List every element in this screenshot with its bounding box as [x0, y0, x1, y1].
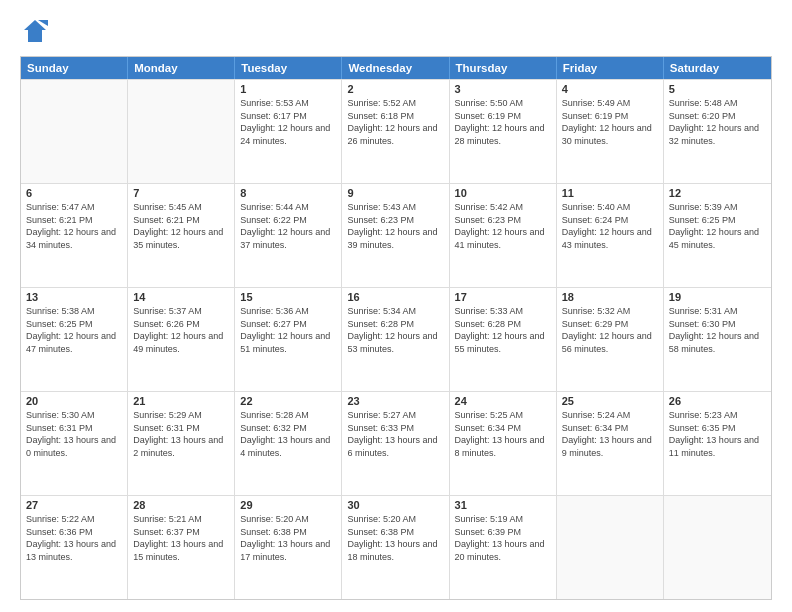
cal-cell: 23Sunrise: 5:27 AM Sunset: 6:33 PM Dayli…	[342, 392, 449, 495]
cal-cell: 14Sunrise: 5:37 AM Sunset: 6:26 PM Dayli…	[128, 288, 235, 391]
day-info: Sunrise: 5:40 AM Sunset: 6:24 PM Dayligh…	[562, 201, 658, 251]
cal-week: 13Sunrise: 5:38 AM Sunset: 6:25 PM Dayli…	[21, 287, 771, 391]
cal-cell: 7Sunrise: 5:45 AM Sunset: 6:21 PM Daylig…	[128, 184, 235, 287]
day-number: 3	[455, 83, 551, 95]
cal-cell: 8Sunrise: 5:44 AM Sunset: 6:22 PM Daylig…	[235, 184, 342, 287]
day-number: 16	[347, 291, 443, 303]
cal-cell: 11Sunrise: 5:40 AM Sunset: 6:24 PM Dayli…	[557, 184, 664, 287]
day-info: Sunrise: 5:20 AM Sunset: 6:38 PM Dayligh…	[240, 513, 336, 563]
day-number: 11	[562, 187, 658, 199]
cal-cell	[21, 80, 128, 183]
cal-cell: 29Sunrise: 5:20 AM Sunset: 6:38 PM Dayli…	[235, 496, 342, 599]
cal-cell: 12Sunrise: 5:39 AM Sunset: 6:25 PM Dayli…	[664, 184, 771, 287]
day-number: 8	[240, 187, 336, 199]
day-number: 15	[240, 291, 336, 303]
cal-cell: 28Sunrise: 5:21 AM Sunset: 6:37 PM Dayli…	[128, 496, 235, 599]
day-number: 13	[26, 291, 122, 303]
day-info: Sunrise: 5:37 AM Sunset: 6:26 PM Dayligh…	[133, 305, 229, 355]
cal-cell: 2Sunrise: 5:52 AM Sunset: 6:18 PM Daylig…	[342, 80, 449, 183]
day-info: Sunrise: 5:53 AM Sunset: 6:17 PM Dayligh…	[240, 97, 336, 147]
day-number: 5	[669, 83, 766, 95]
day-info: Sunrise: 5:32 AM Sunset: 6:29 PM Dayligh…	[562, 305, 658, 355]
day-info: Sunrise: 5:31 AM Sunset: 6:30 PM Dayligh…	[669, 305, 766, 355]
cal-cell: 3Sunrise: 5:50 AM Sunset: 6:19 PM Daylig…	[450, 80, 557, 183]
day-info: Sunrise: 5:47 AM Sunset: 6:21 PM Dayligh…	[26, 201, 122, 251]
day-info: Sunrise: 5:24 AM Sunset: 6:34 PM Dayligh…	[562, 409, 658, 459]
day-info: Sunrise: 5:21 AM Sunset: 6:37 PM Dayligh…	[133, 513, 229, 563]
day-number: 19	[669, 291, 766, 303]
day-number: 28	[133, 499, 229, 511]
cal-header-cell: Saturday	[664, 57, 771, 79]
day-info: Sunrise: 5:33 AM Sunset: 6:28 PM Dayligh…	[455, 305, 551, 355]
day-number: 25	[562, 395, 658, 407]
day-number: 27	[26, 499, 122, 511]
cal-week: 6Sunrise: 5:47 AM Sunset: 6:21 PM Daylig…	[21, 183, 771, 287]
day-info: Sunrise: 5:29 AM Sunset: 6:31 PM Dayligh…	[133, 409, 229, 459]
logo-icon	[20, 16, 50, 46]
cal-cell: 10Sunrise: 5:42 AM Sunset: 6:23 PM Dayli…	[450, 184, 557, 287]
cal-cell: 6Sunrise: 5:47 AM Sunset: 6:21 PM Daylig…	[21, 184, 128, 287]
cal-cell: 21Sunrise: 5:29 AM Sunset: 6:31 PM Dayli…	[128, 392, 235, 495]
day-number: 4	[562, 83, 658, 95]
cal-header-cell: Wednesday	[342, 57, 449, 79]
day-number: 22	[240, 395, 336, 407]
day-info: Sunrise: 5:36 AM Sunset: 6:27 PM Dayligh…	[240, 305, 336, 355]
day-info: Sunrise: 5:43 AM Sunset: 6:23 PM Dayligh…	[347, 201, 443, 251]
cal-cell: 22Sunrise: 5:28 AM Sunset: 6:32 PM Dayli…	[235, 392, 342, 495]
cal-cell: 9Sunrise: 5:43 AM Sunset: 6:23 PM Daylig…	[342, 184, 449, 287]
cal-cell: 4Sunrise: 5:49 AM Sunset: 6:19 PM Daylig…	[557, 80, 664, 183]
cal-header-cell: Sunday	[21, 57, 128, 79]
day-info: Sunrise: 5:22 AM Sunset: 6:36 PM Dayligh…	[26, 513, 122, 563]
day-number: 17	[455, 291, 551, 303]
cal-cell: 18Sunrise: 5:32 AM Sunset: 6:29 PM Dayli…	[557, 288, 664, 391]
cal-cell: 19Sunrise: 5:31 AM Sunset: 6:30 PM Dayli…	[664, 288, 771, 391]
day-info: Sunrise: 5:28 AM Sunset: 6:32 PM Dayligh…	[240, 409, 336, 459]
day-number: 14	[133, 291, 229, 303]
cal-cell: 31Sunrise: 5:19 AM Sunset: 6:39 PM Dayli…	[450, 496, 557, 599]
calendar-header: SundayMondayTuesdayWednesdayThursdayFrid…	[21, 57, 771, 79]
cal-header-cell: Monday	[128, 57, 235, 79]
day-info: Sunrise: 5:50 AM Sunset: 6:19 PM Dayligh…	[455, 97, 551, 147]
cal-cell: 15Sunrise: 5:36 AM Sunset: 6:27 PM Dayli…	[235, 288, 342, 391]
day-number: 24	[455, 395, 551, 407]
cal-header-cell: Thursday	[450, 57, 557, 79]
day-number: 6	[26, 187, 122, 199]
day-info: Sunrise: 5:25 AM Sunset: 6:34 PM Dayligh…	[455, 409, 551, 459]
day-number: 7	[133, 187, 229, 199]
day-number: 29	[240, 499, 336, 511]
day-number: 23	[347, 395, 443, 407]
calendar-body: 1Sunrise: 5:53 AM Sunset: 6:17 PM Daylig…	[21, 79, 771, 599]
day-info: Sunrise: 5:48 AM Sunset: 6:20 PM Dayligh…	[669, 97, 766, 147]
day-number: 20	[26, 395, 122, 407]
day-info: Sunrise: 5:23 AM Sunset: 6:35 PM Dayligh…	[669, 409, 766, 459]
cal-week: 1Sunrise: 5:53 AM Sunset: 6:17 PM Daylig…	[21, 79, 771, 183]
cal-week: 20Sunrise: 5:30 AM Sunset: 6:31 PM Dayli…	[21, 391, 771, 495]
cal-header-cell: Tuesday	[235, 57, 342, 79]
cal-cell	[664, 496, 771, 599]
cal-cell: 26Sunrise: 5:23 AM Sunset: 6:35 PM Dayli…	[664, 392, 771, 495]
day-info: Sunrise: 5:34 AM Sunset: 6:28 PM Dayligh…	[347, 305, 443, 355]
cal-cell	[128, 80, 235, 183]
day-info: Sunrise: 5:39 AM Sunset: 6:25 PM Dayligh…	[669, 201, 766, 251]
header	[20, 16, 772, 46]
day-info: Sunrise: 5:44 AM Sunset: 6:22 PM Dayligh…	[240, 201, 336, 251]
cal-cell: 30Sunrise: 5:20 AM Sunset: 6:38 PM Dayli…	[342, 496, 449, 599]
cal-cell: 13Sunrise: 5:38 AM Sunset: 6:25 PM Dayli…	[21, 288, 128, 391]
cal-cell: 17Sunrise: 5:33 AM Sunset: 6:28 PM Dayli…	[450, 288, 557, 391]
day-number: 18	[562, 291, 658, 303]
day-info: Sunrise: 5:52 AM Sunset: 6:18 PM Dayligh…	[347, 97, 443, 147]
cal-cell: 5Sunrise: 5:48 AM Sunset: 6:20 PM Daylig…	[664, 80, 771, 183]
logo	[20, 16, 54, 46]
day-info: Sunrise: 5:19 AM Sunset: 6:39 PM Dayligh…	[455, 513, 551, 563]
cal-cell	[557, 496, 664, 599]
cal-cell: 20Sunrise: 5:30 AM Sunset: 6:31 PM Dayli…	[21, 392, 128, 495]
day-info: Sunrise: 5:45 AM Sunset: 6:21 PM Dayligh…	[133, 201, 229, 251]
day-number: 10	[455, 187, 551, 199]
svg-marker-0	[24, 20, 46, 42]
day-number: 2	[347, 83, 443, 95]
cal-cell: 25Sunrise: 5:24 AM Sunset: 6:34 PM Dayli…	[557, 392, 664, 495]
day-number: 26	[669, 395, 766, 407]
day-number: 31	[455, 499, 551, 511]
cal-header-cell: Friday	[557, 57, 664, 79]
cal-cell: 1Sunrise: 5:53 AM Sunset: 6:17 PM Daylig…	[235, 80, 342, 183]
